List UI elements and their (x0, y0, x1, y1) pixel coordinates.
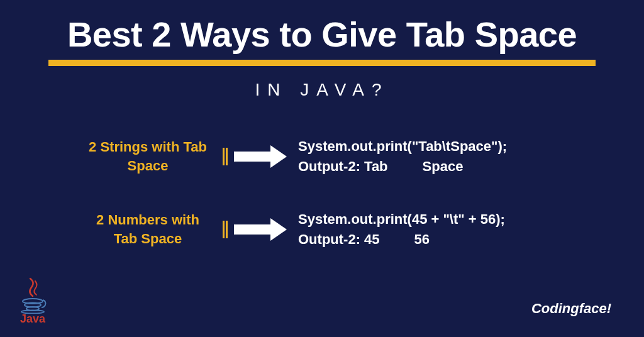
page-title: Best 2 Ways to Give Tab Space (0, 0, 644, 55)
java-logo-text: Java (20, 312, 45, 326)
row-label: 2 Numbers with Tab Space (88, 211, 208, 248)
subtitle: IN JAVA? (0, 80, 644, 100)
example-row: 2 Strings with Tab Space System.out.prin… (88, 136, 644, 177)
code-block: System.out.print("Tab\tSpace"); Output-2… (298, 136, 507, 177)
java-logo: Java (18, 277, 48, 326)
java-icon (18, 277, 48, 314)
content-area: 2 Strings with Tab Space System.out.prin… (0, 136, 644, 250)
code-block: System.out.print(45 + "\t" + 56); Output… (298, 209, 505, 250)
example-row: 2 Numbers with Tab Space System.out.prin… (88, 209, 644, 250)
title-underline (48, 60, 596, 66)
brand-text: Codingface! (531, 301, 611, 317)
arrow-icon (223, 145, 287, 168)
arrow-icon (223, 218, 287, 241)
row-label: 2 Strings with Tab Space (88, 138, 208, 175)
